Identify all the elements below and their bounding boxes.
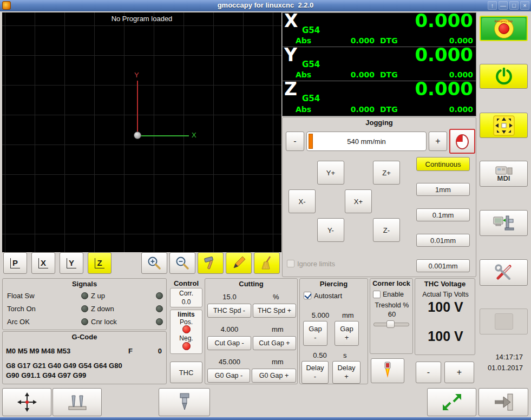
window-close-button[interactable]: × <box>520 1 529 10</box>
abs-label: Abs <box>296 105 311 114</box>
zoom-out-icon <box>175 255 190 271</box>
thc-voltage-panel: THC Voltage Actual Tip Volts 100 V 100 V <box>415 278 475 355</box>
continuous-jog-button[interactable]: Continuous <box>416 157 470 171</box>
thc-speed-unit: % <box>273 293 279 301</box>
threshold-slider-handle[interactable] <box>386 320 395 328</box>
touch-off-button[interactable] <box>2 388 51 416</box>
dro-panel: X G54 0.000 Abs 0.000 DTG 0.000 Y G54 0.… <box>282 12 476 116</box>
gcode-preview-area[interactable]: No Program loaded Y X <box>2 12 281 252</box>
corner-lock-enable-label: Enable <box>383 291 404 298</box>
limits-title: limits <box>171 311 202 318</box>
torch-button[interactable] <box>371 358 404 383</box>
axis-letter: Y <box>284 45 297 65</box>
increment-0.01mm-button[interactable]: 0.01mm <box>416 234 470 247</box>
jog-speed-slider[interactable]: 540 mm/min <box>306 132 427 151</box>
abs-label: Abs <box>296 70 311 79</box>
mdi-label: MDI <box>497 174 510 182</box>
volts-plus-button[interactable]: + <box>444 362 474 383</box>
clear-plot-button[interactable] <box>254 252 280 274</box>
view-x-button[interactable]: X <box>31 252 55 274</box>
jog-x-plus-button[interactable]: X+ <box>345 189 372 213</box>
machine-monitor-icon <box>493 215 515 231</box>
thc-button[interactable]: THC <box>170 362 202 383</box>
fullscreen-button[interactable] <box>427 388 476 416</box>
jog-speed-slower-button[interactable]: - <box>286 132 304 151</box>
date-text: 01.01.2017 <box>476 363 523 373</box>
window-rollup-button[interactable]: ↑ <box>488 1 497 10</box>
jog-z-plus-button[interactable]: Z+ <box>373 161 400 185</box>
dro-row-x[interactable]: X G54 0.000 Abs 0.000 DTG 0.000 <box>283 13 476 47</box>
window-minimize-button[interactable]: — <box>499 1 508 10</box>
machine-on-button[interactable] <box>480 64 528 89</box>
cut-gap-plus-button[interactable]: Cut Gap + <box>253 336 296 350</box>
jog-y-minus-button[interactable]: Y- <box>317 218 344 242</box>
coord-system: G54 <box>302 60 320 69</box>
corner-lock-title: Corner lock <box>370 280 412 287</box>
dro-row-y[interactable]: Y G54 0.000 Abs 0.000 DTG 0.000 <box>283 47 476 81</box>
settings-button[interactable] <box>480 259 528 286</box>
probe-button[interactable] <box>53 388 102 416</box>
pencil-icon <box>231 255 246 271</box>
mdi-mode-button[interactable]: MDI <box>480 161 528 187</box>
pierce-gap-plus-button[interactable]: Gap + <box>335 321 359 346</box>
corner-lock-enable-checkbox[interactable] <box>373 291 381 298</box>
ignore-limits-checkbox[interactable] <box>287 260 294 267</box>
emergency-stop-button[interactable]: Emergency Stop <box>480 16 528 41</box>
autostart-checkbox[interactable] <box>304 292 311 299</box>
axis-value: 0.000 <box>415 79 473 99</box>
piercing-panel: Piercing Autostart 5.000 mm Gap - Gap + … <box>299 278 368 384</box>
exit-button[interactable] <box>478 388 528 416</box>
view-p-button[interactable]: P <box>3 252 27 274</box>
pierce-gap-unit: mm <box>342 311 354 319</box>
thc-spd-minus-button[interactable]: THC Spd - <box>207 304 251 318</box>
view-y-button[interactable]: Y <box>60 252 83 274</box>
zoom-in-button[interactable] <box>141 252 167 274</box>
axes-cross-icon <box>16 392 38 412</box>
pierce-gap-minus-button[interactable]: Gap - <box>303 321 327 346</box>
view-y-label: Y <box>67 258 76 268</box>
zoom-out-button[interactable] <box>169 252 195 274</box>
hammer-icon <box>202 255 219 271</box>
corner-lock-panel: Corner lock Enable Treshold % 60 <box>370 278 413 354</box>
increment-1mm-button[interactable]: 1mm <box>416 183 470 196</box>
jog-z-minus-button[interactable]: Z- <box>373 218 400 242</box>
jog-speed-faster-button[interactable]: + <box>429 132 447 151</box>
cut-gap-minus-button[interactable]: Cut Gap - <box>207 336 251 350</box>
edit-button[interactable] <box>226 252 252 274</box>
jog-x-minus-button[interactable]: X- <box>289 189 316 213</box>
active-m-codes: M0 M5 M9 M48 M53 <box>6 347 70 355</box>
view-z-button[interactable]: Z <box>88 252 112 274</box>
window-maximize-button[interactable]: □ <box>509 1 519 10</box>
piercing-title: Piercing <box>300 280 368 288</box>
control-title: Control <box>169 279 204 287</box>
signals-panel: Signals Float Sw Torch On Arc OK Z up Z … <box>2 278 167 330</box>
zoom-in-icon <box>147 255 162 271</box>
tool-dimensions-button[interactable] <box>198 252 224 274</box>
volts-minus-button[interactable]: - <box>416 362 441 383</box>
pierce-delay-minus-button[interactable]: Delay - <box>301 361 329 384</box>
neg-label: Neg. <box>171 334 202 342</box>
dro-row-z[interactable]: Z G54 0.000 Abs 0.000 DTG 0.000 <box>283 81 476 115</box>
auto-mode-button[interactable] <box>480 210 528 236</box>
jogging-panel: Jogging - 540 mm/min + Continuous 1mm 0.… <box>282 117 476 277</box>
tool-change-button[interactable] <box>159 388 210 416</box>
jog-y-plus-button[interactable]: Y+ <box>317 161 344 185</box>
pierce-gap-value: 5.000 <box>304 311 337 319</box>
coord-system: G54 <box>302 25 320 35</box>
abs-value: 0.000 <box>334 70 375 79</box>
coord-system: G54 <box>302 94 320 103</box>
increment-0.1mm-button[interactable]: 0.1mm <box>416 208 470 221</box>
increment-0.001mm-button[interactable]: 0.001mm <box>416 259 470 272</box>
axis-letter: Z <box>284 80 297 99</box>
feed-value: 0 <box>158 347 162 355</box>
signal-label-z-down: Z down <box>91 305 114 313</box>
g0-gap-minus-button[interactable]: G0 Gap - <box>207 369 250 383</box>
g0-gap-plus-button[interactable]: G0 Gap + <box>252 369 296 383</box>
estop-icon: Emergency Stop <box>482 18 526 39</box>
pierce-delay-plus-button[interactable]: Delay + <box>332 361 360 384</box>
window-bottom-border <box>0 417 531 420</box>
manual-mode-button[interactable] <box>480 113 528 138</box>
thc-spd-plus-button[interactable]: THC Spd + <box>253 304 296 318</box>
turtle-rabbit-jog-button[interactable] <box>449 129 475 154</box>
actual-tip-volts-label: Actual Tip Volts <box>415 291 476 298</box>
